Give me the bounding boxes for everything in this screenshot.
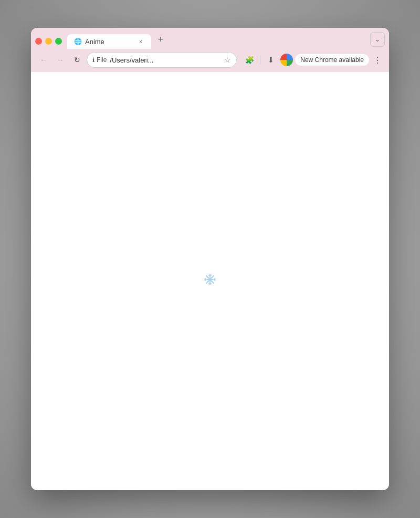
download-icon: ⬇ (268, 56, 274, 64)
back-icon: ← (40, 56, 47, 64)
tab-close-button[interactable]: × (136, 37, 145, 46)
forward-icon: → (57, 56, 64, 64)
new-chrome-button[interactable]: New Chrome available (295, 54, 369, 66)
more-icon: ⋮ (373, 55, 382, 65)
download-button[interactable]: ⬇ (264, 53, 278, 67)
reload-button[interactable]: ↻ (70, 53, 85, 67)
browser-window: 🌐 Anime × + ⌄ ← → (31, 28, 389, 490)
tab-close-icon: × (139, 38, 142, 45)
new-tab-icon: + (158, 34, 164, 45)
browser-actions: 🧩 ⬇ New Chrome available ⋮ (242, 53, 384, 67)
url-bar[interactable]: ℹ File /Users/valeri... ☆ (87, 52, 237, 68)
browser-content (31, 72, 389, 490)
avatar[interactable] (280, 54, 293, 66)
url-path: /Users/valeri... (110, 56, 221, 64)
new-chrome-label: New Chrome available (300, 56, 364, 64)
forward-button[interactable]: → (53, 53, 68, 67)
maximize-button[interactable] (55, 38, 62, 45)
tab-dropdown-button[interactable]: ⌄ (370, 32, 385, 47)
back-button[interactable]: ← (36, 53, 51, 67)
tab-title: Anime (85, 38, 133, 46)
file-icon: ℹ (92, 57, 94, 64)
extensions-button[interactable]: 🧩 (242, 53, 257, 67)
close-button[interactable] (35, 38, 42, 45)
window-controls (35, 38, 62, 49)
browser-chrome: 🌐 Anime × + ⌄ ← → (31, 28, 389, 72)
tab-bar: 🌐 Anime × + ⌄ (31, 28, 389, 49)
reload-icon: ↻ (74, 56, 80, 64)
new-tab-button[interactable]: + (153, 32, 168, 47)
address-bar: ← → ↻ ℹ File /Users/valeri... ☆ 🧩 (31, 49, 389, 72)
bookmark-icon[interactable]: ☆ (224, 56, 231, 64)
tab-favicon-icon: 🌐 (74, 37, 82, 46)
more-options-button[interactable]: ⋮ (371, 54, 384, 66)
url-scheme: ℹ File (92, 56, 107, 64)
extensions-icon: 🧩 (245, 56, 254, 64)
chevron-down-icon: ⌄ (375, 36, 380, 43)
minimize-button[interactable] (45, 38, 52, 45)
active-tab[interactable]: 🌐 Anime × (67, 34, 151, 49)
loading-spinner (204, 274, 216, 288)
separator (260, 55, 260, 65)
